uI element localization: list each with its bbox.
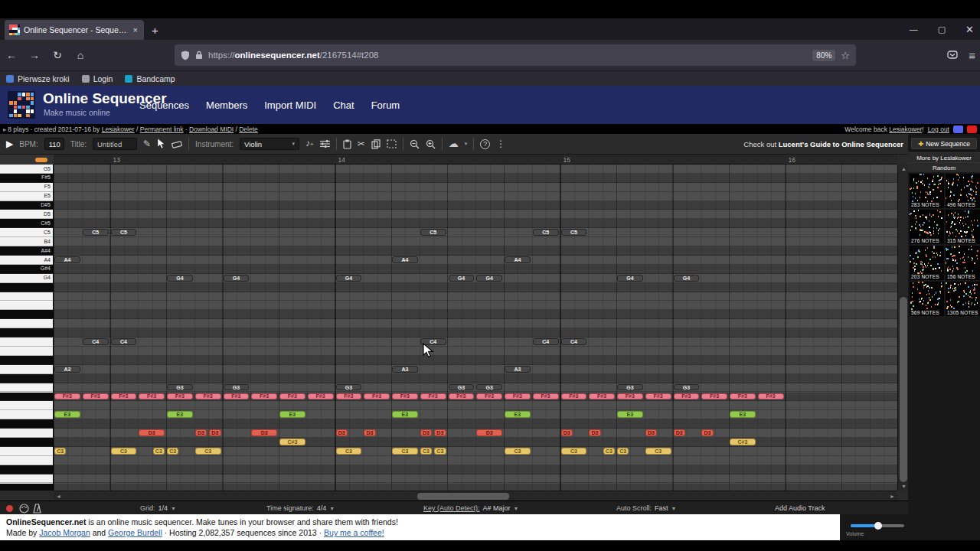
note-F#3[interactable]: F#3 xyxy=(167,393,193,400)
forward-icon[interactable]: → xyxy=(23,49,46,61)
note-C3[interactable]: C3 xyxy=(195,448,221,455)
cut-icon[interactable]: ✂ xyxy=(358,139,365,148)
pocket-icon[interactable] xyxy=(947,50,958,60)
note-A3[interactable]: A3 xyxy=(505,366,531,373)
note-C4[interactable]: C4 xyxy=(533,338,559,345)
bookmark-item[interactable]: Pierwsze kroki xyxy=(6,74,70,83)
note-F#3[interactable]: F#3 xyxy=(449,393,475,400)
piano-key-A#2[interactable] xyxy=(0,465,54,474)
note-F#3[interactable]: F#3 xyxy=(730,393,756,400)
note-C3[interactable]: C3 xyxy=(392,448,418,455)
note-F#3[interactable]: F#3 xyxy=(139,393,165,400)
note-A4[interactable]: A4 xyxy=(392,256,418,263)
record-button[interactable] xyxy=(6,505,13,512)
reload-icon[interactable]: ↻ xyxy=(46,49,69,61)
piano-key-A2[interactable] xyxy=(0,474,54,484)
note-F#3[interactable]: F#3 xyxy=(617,393,643,400)
note-D3[interactable]: D3 xyxy=(434,429,446,436)
nav-item-members[interactable]: Members xyxy=(206,99,247,111)
note-F#3[interactable]: F#3 xyxy=(111,393,137,400)
piano-key-A#4[interactable]: A#4 xyxy=(0,246,54,256)
piano-key-D#4[interactable] xyxy=(0,310,54,319)
bookmark-item[interactable]: Bandcamp xyxy=(125,74,175,83)
note-D3[interactable]: D3 xyxy=(209,429,220,436)
bpm-input[interactable]: 110 xyxy=(44,138,64,150)
youtube-icon[interactable] xyxy=(967,126,977,133)
zoom-in-icon[interactable] xyxy=(426,139,436,149)
piano-key-D#5[interactable]: D#5 xyxy=(0,201,54,210)
note-F#3[interactable]: F#3 xyxy=(533,393,559,400)
discord-icon[interactable] xyxy=(953,126,963,133)
save-cloud-icon[interactable]: ☁ xyxy=(449,139,459,148)
close-icon[interactable]: ✕ xyxy=(965,24,974,35)
note-E3[interactable]: E3 xyxy=(54,411,80,418)
piano-key-G#2[interactable] xyxy=(0,484,54,491)
sequence-info-link[interactable]: Lesiakower xyxy=(102,126,135,133)
note-E3[interactable]: E3 xyxy=(392,411,418,418)
logout-link[interactable]: Log out xyxy=(928,126,949,133)
piano-key-C#5[interactable]: C#5 xyxy=(0,219,54,228)
piano-key-C4[interactable] xyxy=(0,337,54,347)
note-D3[interactable]: D3 xyxy=(476,429,502,436)
site-logo-icon[interactable] xyxy=(8,91,35,119)
note-A3[interactable]: A3 xyxy=(54,366,80,373)
user-link[interactable]: Lesiakower xyxy=(889,126,922,133)
piano-key-F4[interactable] xyxy=(0,292,54,302)
random-header[interactable]: Random xyxy=(908,162,980,172)
note-C#3[interactable]: C#3 xyxy=(279,439,305,445)
footer-link[interactable]: Buy me a coffee! xyxy=(324,528,384,537)
piano-key-B3[interactable] xyxy=(0,347,54,356)
note-G4[interactable]: G4 xyxy=(224,275,250,282)
guide-link[interactable]: Lucent's Guide to Online Sequencer xyxy=(779,140,903,148)
note-D3[interactable]: D3 xyxy=(336,429,348,436)
note-C3[interactable]: C3 xyxy=(645,448,671,455)
piano-key-D5[interactable]: D5 xyxy=(0,210,54,220)
note-F#3[interactable]: F#3 xyxy=(645,393,671,400)
note-C4[interactable]: C4 xyxy=(561,338,587,345)
sequence-thumbnail[interactable]: 156 NOTES xyxy=(946,246,980,280)
note-F#3[interactable]: F#3 xyxy=(336,393,362,400)
note-F#3[interactable]: F#3 xyxy=(54,393,80,400)
sequence-thumbnail[interactable]: 315 NOTES xyxy=(946,210,980,244)
note-C3[interactable]: C3 xyxy=(434,448,446,455)
piano-key-G4[interactable]: G4 xyxy=(0,274,54,283)
note-C3[interactable]: C3 xyxy=(505,448,531,455)
note-F#3[interactable]: F#3 xyxy=(364,393,390,400)
scroll-up-icon[interactable]: ▲ xyxy=(901,166,906,171)
piano-key-F#3[interactable] xyxy=(0,393,54,402)
zoom-level-badge[interactable]: 80% xyxy=(812,50,835,61)
note-grid[interactable]: C5C5C5C5C5A4A4A4G4G4G4G4G4G4G4C4C4C4C4C4… xyxy=(54,165,897,491)
piano-key-B2[interactable] xyxy=(0,456,54,465)
piano-key-C#4[interactable] xyxy=(0,328,54,337)
note-G4[interactable]: G4 xyxy=(449,275,475,282)
volume-slider[interactable] xyxy=(851,524,904,527)
note-C5[interactable]: C5 xyxy=(83,229,109,236)
pointer-tool-icon[interactable] xyxy=(157,139,165,149)
piano-key-A#3[interactable] xyxy=(0,356,54,365)
playhead-marker[interactable] xyxy=(35,158,47,162)
sequence-thumbnail[interactable]: 203 NOTES xyxy=(910,246,944,280)
copy-icon[interactable] xyxy=(371,139,381,149)
piano-key-F3[interactable] xyxy=(0,401,54,410)
sequence-thumbnail[interactable]: 1305 NOTES xyxy=(946,282,980,316)
nav-item-chat[interactable]: Chat xyxy=(333,99,354,111)
nav-item-sequences[interactable]: Sequences xyxy=(139,99,189,111)
note-A4[interactable]: A4 xyxy=(505,256,531,263)
note-G3[interactable]: G3 xyxy=(674,384,700,391)
add-instrument-icon[interactable]: ♪+ xyxy=(305,139,314,149)
note-F#3[interactable]: F#3 xyxy=(420,393,446,400)
tab-close-icon[interactable]: × xyxy=(132,25,139,34)
midi-input-icon[interactable] xyxy=(19,504,29,514)
piano-key-F#5[interactable]: F#5 xyxy=(0,174,54,183)
sequence-info-link[interactable]: Delete xyxy=(239,126,258,133)
help-icon[interactable]: ? xyxy=(480,139,490,149)
note-C3[interactable]: C3 xyxy=(336,448,362,455)
sequence-thumbnail[interactable]: 569 NOTES xyxy=(910,282,944,316)
sequence-info-link[interactable]: Permanent link xyxy=(140,126,184,133)
note-C#3[interactable]: C#3 xyxy=(730,439,756,445)
note-D3[interactable]: D3 xyxy=(561,429,573,436)
piano-key-G3[interactable] xyxy=(0,383,54,393)
url-text[interactable]: https://onlinesequencer.net/2167514#t208 xyxy=(208,51,807,60)
bookmark-star-icon[interactable]: ☆ xyxy=(841,50,850,61)
cloud-chevron-icon[interactable]: ▾ xyxy=(465,141,468,147)
